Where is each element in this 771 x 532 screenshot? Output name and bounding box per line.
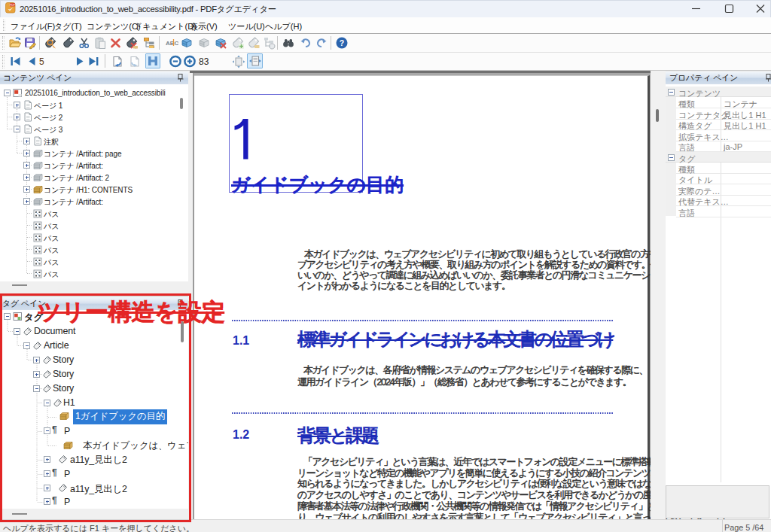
- svg-text:PDF: PDF: [10, 4, 15, 7]
- svg-text:?: ?: [340, 38, 344, 47]
- svg-text:C: C: [175, 40, 179, 47]
